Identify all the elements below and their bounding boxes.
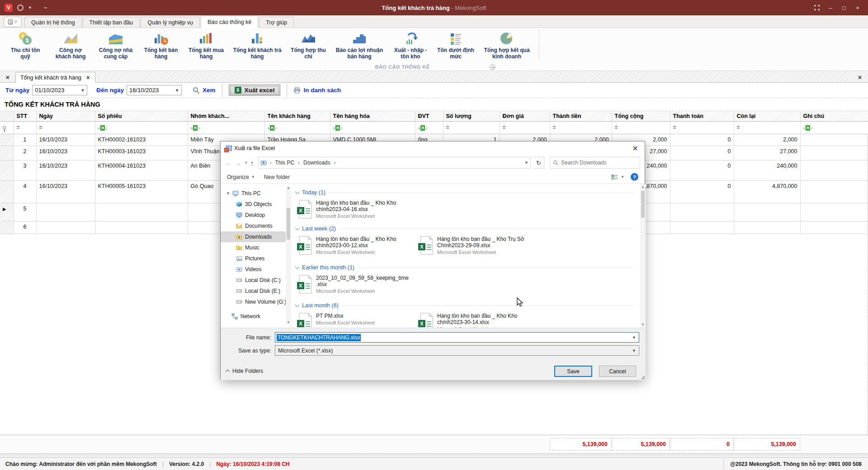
ribbon-item-tong-ket-mua-hang[interactable]: Tổng kết mua hàng [184,30,229,61]
tree-item-this-pc[interactable]: ▼This PC [221,188,291,199]
minimize-button[interactable]: – [825,3,836,13]
doc-tab-tong-ket-khach-tra-hang[interactable]: Tổng kết khách trả hàng ✕ [15,72,95,83]
col-header-tong-cong[interactable]: Tổng cộng [612,111,670,121]
tab-thiet-lap-ban-dau[interactable]: Thiết lập ban đầu [83,17,140,28]
col-header-thanh-tien[interactable]: Thành tiền [550,111,612,121]
tree-item-documents[interactable]: Documents [221,221,291,231]
col-header-con-lai[interactable]: Còn lại [734,111,800,121]
search-box[interactable] [550,157,640,169]
profile-icon[interactable] [17,5,24,11]
tab-quan-tri-he-thong[interactable]: Quản trị hệ thống [24,17,82,28]
tab-bao-cao-thong-ke[interactable]: Báo cáo thống kê [201,16,258,28]
col-header-don-gia[interactable]: Đơn giá [500,111,550,121]
group-header-last-month[interactable]: Last month (6) [291,301,639,310]
col-header-so-luong[interactable]: Số lượng [443,111,500,121]
tree-item-local-disk-c[interactable]: Local Disk (C:) [221,275,291,286]
col-header-ten-khach-hang[interactable]: Tên khách hàng [264,111,330,121]
tree-item-videos[interactable]: Videos [221,264,291,275]
export-excel-button[interactable]: X Xuất excel [229,85,281,96]
close-button[interactable]: × [852,3,863,13]
filter-ten-khach-hang[interactable]: aBc [264,121,330,134]
col-header-ten-hang-hoa[interactable]: Tên hàng hóa [330,111,415,121]
view-button[interactable]: Xem [193,87,216,94]
menu-arrow-icon[interactable]: ≂ [44,5,47,10]
tree-scrollbar[interactable]: ▲▼ [286,186,291,324]
help-icon[interactable]: ? [631,173,638,181]
filter-tong-cong[interactable]: = [612,121,670,134]
ribbon-item-ton-duoi-dinh-muc[interactable]: Tồn dưới định mức [433,30,478,61]
filter-stt[interactable]: = [14,121,36,134]
ribbon-collapse-icon[interactable] [490,64,495,70]
ribbon-item-tong-hop-thu-chi[interactable]: Tổng hợp thu chi [286,30,331,61]
dialog-title-bar[interactable]: Xuất ra file Excel ✕ [221,141,645,155]
col-header-stt[interactable]: STT [14,111,36,121]
address-dropdown-icon[interactable]: ▼ [524,160,528,165]
ribbon-item-tong-ket-ban-hang[interactable]: Tổng kết bán hàng [138,30,184,61]
list-item[interactable]: X PT PM.xlsxMicrosoft Excel Worksheet [297,313,423,328]
col-header-nhom-khach[interactable]: Nhóm khách... [188,111,264,121]
list-item[interactable]: X 2023_10_02_09_59_58_keeping_time .xlsx… [297,275,423,294]
filter-so-phieu[interactable]: aBc [95,121,188,134]
group-header-today[interactable]: Today (1) [291,188,639,197]
tree-item-desktop[interactable]: Desktop [221,210,291,221]
from-date-combobox[interactable]: 01/10/2023▼ [32,85,87,95]
list-item[interactable]: X Hàng tồn kho ban đầu _ Kho Kho chính20… [418,313,544,328]
resize-grip[interactable] [643,378,645,379]
list-item[interactable]: X Hàng tồn kho ban đầu _ Kho Kho chính20… [297,200,423,219]
save-button[interactable]: Save [554,366,592,377]
hide-folders-button[interactable]: Hide Folders [226,368,263,374]
ribbon-item-thu-chi-ton-quy[interactable]: €$ Thu chi tồn quỹ [3,30,48,61]
filter-thanh-toan[interactable]: = [670,121,734,134]
tree-item-music[interactable]: ♪Music [221,242,291,253]
ribbon-item-tong-hop-ket-qua-kinh-doanh[interactable]: Tổng hợp kết quả kinh doanh [478,30,535,61]
ribbon-item-tong-ket-khach-tra-hang[interactable]: Tổng kết khách trả hàng [229,30,286,61]
tree-item-network[interactable]: Network [221,311,291,322]
group-header-earlier-this-month[interactable]: Earlier this month (1) [291,263,639,272]
chevron-down-icon[interactable]: ▼ [28,5,32,10]
chevron-down-icon[interactable]: ▼ [632,348,636,353]
tab-quan-ly-nghiep-vu[interactable]: Quản lý nghiệp vụ [141,17,200,28]
filter-ghi-chu[interactable]: aBc [800,121,868,134]
col-header-ghi-chu[interactable]: Ghi chú [800,111,868,121]
tree-item-new-volume-g[interactable]: New Volume (G:) [221,296,291,307]
tab-tro-giup[interactable]: Trợ giúp [259,17,294,28]
print-list-button[interactable]: In danh sách [293,87,341,94]
filter-don-gia[interactable]: = [500,121,550,134]
list-item[interactable]: X Hàng tồn kho ban đầu _ Kho Trụ Sở Chín… [418,236,544,255]
tree-item-local-disk-e[interactable]: Local Disk (E:) [221,286,291,296]
breadcrumb-downloads[interactable]: Downloads [302,160,331,166]
group-header-last-week[interactable]: Last week (2) [291,224,639,233]
ribbon-item-xuat-nhap-ton-kho[interactable]: Xuất - nhập - tồn kho [388,30,433,61]
filter-ngay[interactable]: = [36,121,95,134]
address-bar[interactable]: › This PC › Downloads › ▼ [258,157,531,169]
filter-ten-hang-hoa[interactable]: aBc [330,121,415,134]
file-name-input[interactable]: TONGKETKHACHTRAHANG.xlsx ▼ [275,332,639,343]
col-header-so-phieu[interactable]: Số phiếu [95,111,188,121]
up-icon[interactable]: ↑ [250,159,254,167]
col-header-ngay[interactable]: Ngày [36,111,95,121]
refresh-icon[interactable]: ↻ [533,157,544,169]
cancel-button[interactable]: Cancel [599,366,636,377]
organize-button[interactable]: Organize▼ [227,174,255,180]
ribbon-item-bao-cao-loi-nhuan[interactable]: Báo cáo lợi nhuận bán hàng [331,30,388,61]
app-menu-button[interactable]: ▽ [4,17,22,27]
maximize-button[interactable]: □ [838,3,850,13]
tree-item-downloads[interactable]: Downloads [221,231,291,242]
ribbon-item-cong-no-nha-cung-cap[interactable]: Công nợ nhà cung cấp [93,30,138,61]
list-scrollbar[interactable]: ▲▼ [640,184,646,328]
filter-nhom-khach[interactable]: aBc [188,121,264,134]
history-chevron-icon[interactable]: ▼ [244,161,248,165]
list-item[interactable]: X Hàng tồn kho ban đầu _ Kho Kho chính20… [297,236,423,255]
filter-so-luong[interactable]: = [443,121,500,134]
filter-con-lai[interactable]: = [734,121,800,134]
tree-item-pictures[interactable]: Pictures [221,253,291,264]
close-all-tabs-button[interactable]: ✕ [3,73,13,82]
close-tab-icon[interactable]: ✕ [86,75,90,81]
view-mode-button[interactable]: ▼ [611,174,624,180]
search-input[interactable] [561,160,629,166]
back-icon[interactable]: ← [225,159,232,167]
filter-thanh-tien[interactable]: = [550,121,612,134]
to-date-combobox[interactable]: 16/10/2023▼ [127,85,182,95]
save-as-type-select[interactable]: Microsoft Excel (*.xlsx) ▼ [275,345,639,356]
ribbon-item-cong-no-khach-hang[interactable]: Công nợ khách hàng [48,30,93,61]
